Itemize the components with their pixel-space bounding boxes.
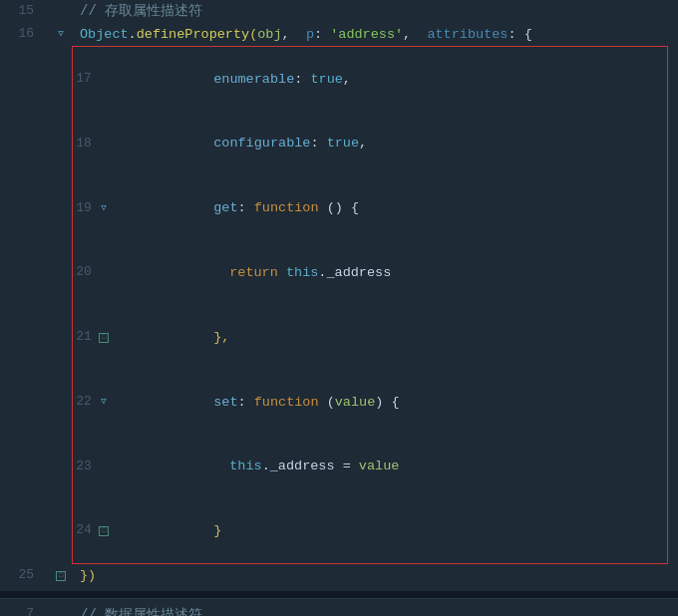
top-panel: 15 // 存取属性描述符 16 ▽ Object.defineProperty… — [0, 0, 678, 591]
highlight-block-top: 17 enumerable: true, 18 configurable: tr… — [72, 46, 668, 564]
inner-19: 19 ▽ get: function () { — [73, 176, 667, 241]
g22: ▽ — [95, 395, 113, 409]
c20: return this._address — [113, 240, 391, 305]
object-16: Object — [80, 24, 129, 46]
g24: □ — [95, 526, 113, 536]
inner-17: 17 enumerable: true, — [73, 47, 667, 112]
g19: ▽ — [95, 201, 113, 215]
line-7: 7 // 数据属性描述符 — [0, 603, 678, 616]
code-15: // 存取属性描述符 — [72, 0, 678, 23]
inner-22: 22 ▽ set: function (value) { — [73, 370, 667, 435]
inner-20: 20 return this._address — [73, 240, 667, 305]
ln23: 23 — [73, 457, 95, 477]
c17: enumerable: true, — [113, 47, 351, 112]
comment-15: // 存取属性描述符 — [80, 0, 202, 22]
ln17: 17 — [73, 69, 95, 90]
ln24: 24 — [73, 520, 95, 541]
line-number-16: 16 — [0, 23, 50, 46]
line-15: 15 // 存取属性描述符 — [0, 0, 678, 23]
inner-21: 21 □ }, — [73, 305, 667, 370]
line-22: 22 ▽ set: function (value) { — [73, 370, 667, 435]
line-20: 20 return this._address — [73, 240, 667, 305]
inner-24: 24 □ } — [73, 498, 667, 563]
line-25: 25 □ }) — [0, 564, 678, 587]
line-21: 21 □ }, — [73, 305, 667, 370]
code-25: }) — [72, 564, 678, 587]
c22: set: function (value) { — [113, 370, 400, 435]
c21: }, — [113, 305, 229, 370]
code-7: // 数据属性描述符 — [72, 603, 678, 616]
code-16: Object.defineProperty(obj, p: 'address',… — [72, 23, 678, 46]
bottom-panel: 7 // 数据属性描述符 8 ▽ Object.defineProperty(o… — [0, 599, 678, 616]
editor-container: 15 // 存取属性描述符 16 ▽ Object.defineProperty… — [0, 0, 678, 616]
ln19: 19 — [73, 198, 95, 219]
c23: this._address = value — [113, 435, 399, 499]
line-23: 23 this._address = value — [73, 435, 667, 499]
comment-7: // 数据属性描述符 — [80, 604, 202, 616]
inner-18: 18 configurable: true, — [73, 112, 667, 176]
c18: configurable: true, — [113, 112, 367, 176]
inner-23: 23 this._address = value — [73, 435, 667, 499]
line-number: 15 — [0, 0, 50, 23]
ln20: 20 — [73, 262, 95, 283]
line-16: 16 ▽ Object.defineProperty(obj, p: 'addr… — [0, 23, 678, 46]
line-number-25: 25 — [0, 564, 50, 587]
line-24: 24 □ } — [73, 498, 667, 563]
ln21: 21 — [73, 327, 95, 348]
c24: } — [113, 498, 221, 563]
gutter-7 — [50, 603, 72, 616]
gutter-15 — [50, 0, 72, 23]
c19: get: function () { — [113, 176, 359, 241]
gutter-16: ▽ — [50, 23, 72, 46]
line-17: 17 enumerable: true, — [73, 47, 667, 112]
line-19: 19 ▽ get: function () { — [73, 176, 667, 241]
line-number-7: 7 — [0, 603, 50, 616]
g21: □ — [95, 333, 113, 343]
gutter-25: □ — [50, 564, 72, 587]
ln22: 22 — [73, 392, 95, 413]
ln18: 18 — [73, 134, 95, 154]
panel-divider — [0, 591, 678, 599]
line-18: 18 configurable: true, — [73, 112, 667, 176]
